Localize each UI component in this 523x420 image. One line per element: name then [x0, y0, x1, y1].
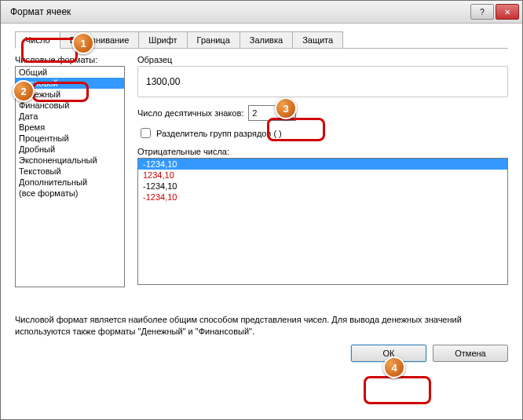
list-item[interactable]: Экспоненциальный	[16, 155, 124, 166]
thousands-separator-label: Разделитель групп разрядов ( )	[156, 129, 282, 138]
list-item[interactable]: Дата	[16, 111, 124, 122]
negative-numbers-label: Отрицательные числа:	[137, 147, 508, 156]
tab-fill[interactable]: Заливка	[240, 31, 293, 48]
decimal-places-label: Число десятичных знаков:	[137, 108, 243, 118]
list-item[interactable]: Время	[16, 122, 124, 133]
dialog-body: Число Выравнивание Шрифт Граница Заливка…	[1, 24, 522, 419]
thousands-separator-checkbox[interactable]	[141, 128, 151, 138]
list-item[interactable]: Дополнительный	[16, 177, 124, 188]
titlebar: Формат ячеек ? ✕	[1, 1, 522, 24]
list-item[interactable]: Дробный	[16, 144, 124, 155]
list-item[interactable]: -1234,10	[138, 192, 507, 203]
list-item[interactable]: Финансовый	[16, 100, 124, 111]
window-title: Формат ячеек	[4, 6, 469, 17]
callout-badge: 4	[383, 356, 405, 378]
sample-label: Образец	[137, 55, 508, 64]
tab-alignment[interactable]: Выравнивание	[60, 31, 140, 48]
list-item[interactable]: Процентный	[16, 133, 124, 144]
list-item[interactable]: Текстовый	[16, 166, 124, 177]
options-panel: Образец 1300,00 Число десятичных знаков:…	[137, 55, 508, 287]
help-button[interactable]: ?	[470, 4, 494, 20]
list-item[interactable]: -1234,10	[138, 181, 507, 192]
tab-border[interactable]: Граница	[187, 31, 240, 48]
close-button[interactable]: ✕	[496, 4, 519, 20]
button-row: ОК Отмена	[15, 338, 508, 362]
list-item[interactable]: -1234,10	[138, 159, 507, 170]
callout-badge: 1	[72, 32, 94, 54]
format-cells-dialog: Формат ячеек ? ✕ Число Выравнивание Шриф…	[0, 0, 523, 420]
category-label: Числовые форматы:	[15, 55, 125, 64]
negative-numbers-listbox[interactable]: -1234,10 1234,10 -1234,10 -1234,10	[137, 158, 508, 285]
list-item[interactable]: Общий	[16, 67, 124, 78]
category-listbox[interactable]: Общий Числовой Денежный Финансовый Дата …	[15, 66, 125, 287]
callout-badge: 2	[13, 80, 35, 102]
tab-protection[interactable]: Защита	[292, 31, 343, 48]
sample-value: 1300,00	[137, 66, 508, 97]
format-description: Числовой формат является наиболее общим …	[15, 314, 508, 338]
list-item[interactable]: (все форматы)	[16, 188, 124, 199]
tab-number[interactable]: Число	[15, 31, 60, 49]
list-item[interactable]: 1234,10	[138, 170, 507, 181]
tab-font[interactable]: Шрифт	[138, 31, 187, 48]
callout-badge: 3	[275, 97, 297, 119]
cancel-button[interactable]: Отмена	[433, 345, 508, 362]
